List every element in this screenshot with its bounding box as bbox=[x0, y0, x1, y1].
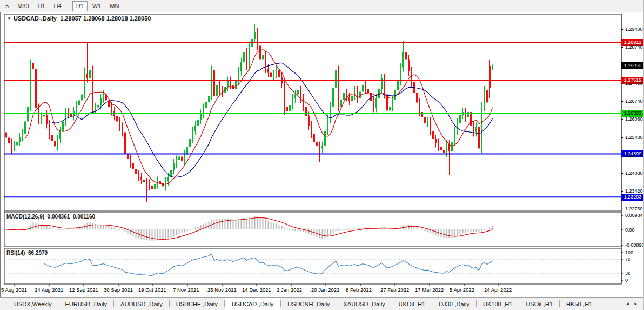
symbol-tab-bar: USDX,WeeklyEURUSD-,DailyAUDUSD-,DailyUSD… bbox=[0, 297, 643, 310]
mt4-chart-window: 5M30H1H4D1W1MN ▼USDCAD-,Daily 1.28057 1.… bbox=[0, 0, 644, 310]
tab-usdchf-daily[interactable]: USDCHF-,Daily bbox=[170, 298, 224, 310]
ohlc-high: 1.28068 bbox=[83, 15, 105, 22]
x-axis-date-label: 2 Jan 2022 bbox=[277, 287, 302, 293]
x-axis-date-label: 27 Feb 2022 bbox=[380, 287, 409, 293]
macd-pane[interactable] bbox=[4, 212, 621, 247]
symbol-label: USDCAD-,Daily bbox=[14, 15, 57, 22]
x-axis-date-label: 20 Jan 2022 bbox=[311, 287, 339, 293]
macd-main-value: 0.004361 bbox=[48, 214, 70, 220]
tab-ukoil-h1[interactable]: UKOil-,H1 bbox=[392, 298, 432, 310]
x-axis-date-label: 8 Feb 2022 bbox=[346, 287, 372, 293]
tab-uk100-h1[interactable]: UK100-,H1 bbox=[477, 298, 519, 310]
rsi-value: 66.2970 bbox=[28, 250, 48, 256]
macd-axis-label: -0.008905 bbox=[625, 242, 644, 248]
tab-usdcad-daily[interactable]: USDCAD-,Daily bbox=[225, 298, 281, 310]
tab-scroll-left-icon[interactable]: ◄ bbox=[623, 300, 632, 307]
rsi-axis-label: 30 bbox=[625, 271, 630, 276]
y-axis-label: 1.23420 bbox=[625, 188, 643, 194]
timeframe-button-5[interactable]: 5 bbox=[2, 1, 12, 11]
timeframe-toolbar: 5M30H1H4D1W1MN bbox=[0, 0, 643, 12]
x-axis-date-label: 17 Mar 2022 bbox=[415, 287, 444, 293]
y-axis-label: 1.27400 bbox=[625, 81, 643, 86]
tab-eurusd-daily[interactable]: EURUSD-,Daily bbox=[58, 298, 113, 310]
x-axis-date-label: 5 Apr 2022 bbox=[450, 287, 474, 293]
x-axis-date-label: 12 Sep 2021 bbox=[69, 287, 98, 293]
rsi-pane[interactable] bbox=[4, 248, 621, 284]
tab-scroll-right-icon[interactable]: ► bbox=[632, 300, 640, 307]
x-axis-date-label: 19 Oct 2021 bbox=[138, 287, 166, 293]
price-level-badge: 1.23203 bbox=[621, 194, 644, 201]
macd-name: MACD(12,26,9) bbox=[6, 214, 44, 220]
rsi-axis-label: 100 bbox=[625, 250, 633, 255]
timeframe-button-w1[interactable]: W1 bbox=[89, 1, 105, 11]
tab-dj30-daily[interactable]: DJ30-,Daily bbox=[432, 298, 476, 310]
x-axis-date-label: 30 Sep 2021 bbox=[104, 287, 133, 293]
rsi-name: RSI(14) bbox=[6, 250, 25, 256]
x-axis-date-label: 25 Nov 2021 bbox=[207, 287, 237, 293]
tab-scroll-arrows: ◄► bbox=[623, 298, 643, 310]
timeframe-button-d1[interactable]: D1 bbox=[72, 1, 88, 11]
price-level-badge: 1.26303 bbox=[621, 110, 644, 117]
timeframe-button-mn[interactable]: MN bbox=[106, 1, 123, 11]
timeframe-button-h1[interactable]: H1 bbox=[34, 1, 49, 11]
x-axis-date-label: 24 Apr 2022 bbox=[484, 287, 512, 293]
y-axis-label: 1.29400 bbox=[625, 27, 643, 32]
symbol-dropdown-icon[interactable]: ▼ bbox=[7, 16, 11, 21]
macd-axis-label: 0.00 bbox=[625, 227, 635, 233]
x-axis-date-label: 7 Nov 2021 bbox=[173, 287, 199, 293]
y-axis-label: 1.28740 bbox=[625, 44, 643, 50]
macd-indicator-label: MACD(12,26,9) 0.004361 0.001160 bbox=[6, 214, 95, 220]
tab-hk50-h1[interactable]: HK50-,H1 bbox=[560, 298, 599, 310]
rsi-indicator-label: RSI(14) 66.2970 bbox=[6, 250, 48, 256]
x-axis-date-label: 14 Dec 2021 bbox=[242, 287, 271, 293]
ohlc-close: 1.28050 bbox=[130, 15, 151, 22]
y-axis-label: 1.24740 bbox=[625, 153, 643, 158]
y-axis-label: 1.26080 bbox=[625, 116, 643, 122]
y-axis-label: 1.28080 bbox=[625, 62, 643, 68]
y-axis-label: 1.22760 bbox=[625, 206, 643, 212]
timeframe-button-m30[interactable]: M30 bbox=[14, 1, 32, 11]
macd-axis-label: 0.009345 bbox=[625, 213, 644, 218]
timeframe-button-h4[interactable]: H4 bbox=[50, 1, 65, 11]
main-pane[interactable] bbox=[4, 14, 621, 211]
ohlc-low: 1.28018 bbox=[106, 15, 128, 22]
y-axis-label: 1.24080 bbox=[625, 170, 643, 176]
rsi-axis-label: 0 bbox=[625, 278, 628, 283]
chart-canvas[interactable] bbox=[0, 12, 644, 297]
x-axis-date-label: 5 Aug 2021 bbox=[1, 287, 27, 293]
y-axis-label: 1.26740 bbox=[625, 98, 643, 104]
tab-audusd-daily[interactable]: AUDUSD-,Daily bbox=[114, 298, 169, 310]
macd-signal-value: 0.001160 bbox=[73, 214, 95, 220]
chart-symbol-header: ▼USDCAD-,Daily 1.28057 1.28068 1.28018 1… bbox=[7, 15, 151, 22]
ohlc-open: 1.28057 bbox=[60, 15, 82, 22]
rsi-axis-label: 70 bbox=[625, 256, 630, 262]
tab-xauusd-daily[interactable]: XAUUSD-,Daily bbox=[337, 298, 392, 310]
tab-usdx-weekly[interactable]: USDX,Weekly bbox=[8, 298, 58, 310]
toolbar-separator bbox=[126, 2, 126, 10]
x-axis-date-label: 24 Aug 2021 bbox=[35, 287, 63, 293]
tab-usdcnh-daily[interactable]: USDCNH-,Daily bbox=[281, 298, 336, 310]
toolbar-separator bbox=[69, 2, 69, 10]
tab-usoil-h1[interactable]: USOil-,H1 bbox=[519, 298, 559, 310]
y-axis-label: 1.25400 bbox=[625, 135, 643, 140]
